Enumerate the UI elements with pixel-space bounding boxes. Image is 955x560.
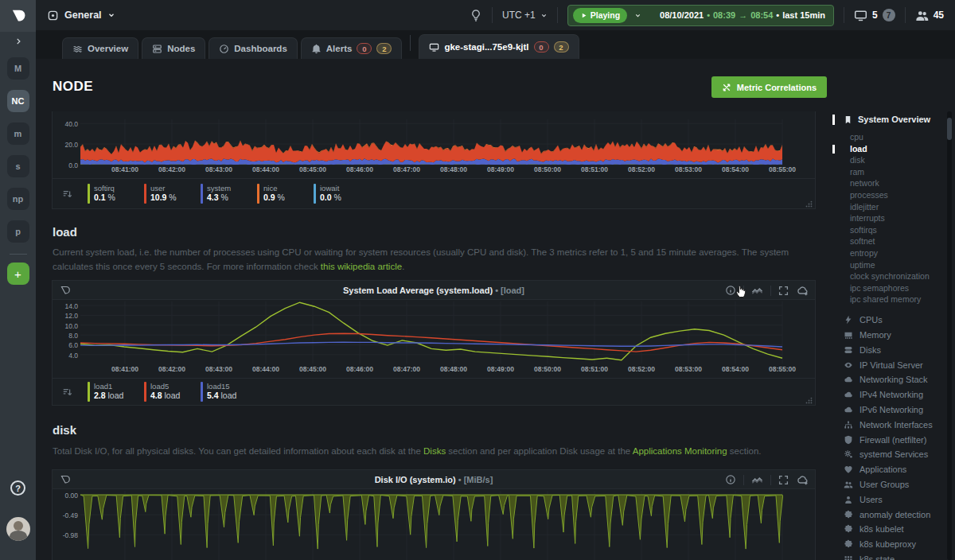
- legend-entry-nice[interactable]: nice0.9 %: [257, 184, 314, 204]
- cpu-plot[interactable]: [80, 119, 782, 165]
- tab-overview[interactable]: Overview: [62, 37, 138, 59]
- menu-subitem-softnet[interactable]: softnet: [850, 235, 944, 247]
- help-button[interactable]: ?: [10, 480, 25, 496]
- add-workspace-button[interactable]: +: [7, 262, 29, 285]
- menu-section-ip-virtual-server[interactable]: IP Virtual Server: [844, 357, 944, 372]
- legend-entry-user[interactable]: user10.9 %: [144, 184, 201, 204]
- menu-section-system-overview[interactable]: System Overview: [832, 113, 944, 126]
- menu-subitem-entropy[interactable]: entropy: [850, 247, 944, 259]
- wikipedia-link[interactable]: this wikipedia article: [321, 262, 402, 271]
- menu-subitem-ipc-shared-memory[interactable]: ipc shared memory: [850, 294, 944, 305]
- chart-type-icon[interactable]: [751, 474, 763, 486]
- space-picker[interactable]: General: [47, 10, 115, 21]
- workspace-NC[interactable]: NC: [7, 90, 29, 112]
- legend-sort-icon[interactable]: [62, 189, 73, 200]
- timezone-picker[interactable]: UTC +1: [502, 10, 548, 21]
- menu-section-ipv4-networking[interactable]: IPv4 Networking: [844, 387, 944, 402]
- resize-handle-icon[interactable]: [805, 397, 813, 404]
- warning-badge: 2: [554, 41, 569, 52]
- users-indicator[interactable]: 45: [915, 9, 944, 22]
- menu-scrollbar-track[interactable]: [947, 111, 952, 560]
- legend-series-name: softirq: [94, 184, 115, 192]
- menu-section-label: Firewall (netfilter): [860, 435, 926, 445]
- legend-entry-iowait[interactable]: iowait0.0 %: [314, 184, 370, 204]
- menu-section-users[interactable]: Users: [844, 492, 944, 507]
- menu-scrollbar-thumb[interactable]: [947, 118, 952, 140]
- fullscreen-icon[interactable]: [778, 286, 789, 296]
- fullscreen-icon[interactable]: [778, 475, 789, 485]
- tab-dashboards[interactable]: Dashboards: [209, 37, 297, 59]
- mem-icon: [844, 330, 853, 340]
- x-tick-label: 08:51:00: [574, 165, 615, 173]
- menu-subitem-load[interactable]: load: [850, 143, 944, 155]
- menu-subitem-disk[interactable]: disk: [850, 154, 944, 166]
- menu-section-firewall-netfilter-[interactable]: Firewall (netfilter): [844, 432, 944, 447]
- menu-subitem-cpu[interactable]: cpu: [850, 131, 944, 143]
- legend-entry-system[interactable]: system4.3 %: [201, 184, 257, 204]
- menu-subitem-processes[interactable]: processes: [850, 189, 944, 201]
- workspace-M[interactable]: M: [7, 57, 29, 80]
- menu-subitem-ipc-semaphores[interactable]: ipc semaphores: [850, 282, 944, 294]
- legend-entry-softirq[interactable]: softirq0.1 %: [88, 184, 144, 204]
- play-state-pill[interactable]: Playing: [573, 8, 627, 23]
- menu-section-k8s-kubeproxy[interactable]: k8s kubeproxy: [844, 537, 944, 552]
- nodes-indicator[interactable]: 5 7: [854, 9, 895, 22]
- tab-gke-stagi-75e9-kjtl[interactable]: gke-stagi...75e9-kjtl02: [419, 34, 579, 59]
- time-range-panel[interactable]: Playing 08/10/2021 • 08:39 → 08:54 • las…: [567, 5, 834, 26]
- menu-section-ipv6-networking[interactable]: IPv6 Networking: [844, 402, 944, 418]
- menu-subitem-uptime[interactable]: uptime: [850, 259, 944, 271]
- chevron-down-icon[interactable]: [634, 12, 641, 19]
- tab-alerts[interactable]: Alerts02: [301, 37, 403, 59]
- menu-section-user-groups[interactable]: User Groups: [844, 477, 944, 492]
- rail-expand-button[interactable]: [0, 32, 36, 51]
- menu-section-systemd-services[interactable]: systemd Services: [844, 447, 944, 462]
- menu-subitem-network[interactable]: network: [850, 177, 944, 189]
- menu-section-networking-stack[interactable]: Networking Stack: [844, 372, 944, 387]
- menu-subitem-softirqs[interactable]: softirqs: [850, 224, 944, 236]
- disks-link[interactable]: Disks: [423, 446, 446, 456]
- menu-section-network-interfaces[interactable]: Network Interfaces: [844, 417, 944, 432]
- metric-correlations-button[interactable]: Metric Correlations: [711, 76, 827, 98]
- menu-section-disks[interactable]: Disks: [844, 343, 944, 358]
- cloud-add-icon[interactable]: [796, 284, 809, 297]
- legend-sort-icon[interactable]: [62, 387, 73, 398]
- info-icon[interactable]: [725, 474, 736, 485]
- menu-subitem-idlejitter[interactable]: idlejitter: [850, 201, 944, 213]
- workspace-p[interactable]: p: [7, 220, 29, 243]
- legend-entry-load15[interactable]: load155.4 load: [201, 382, 257, 402]
- tab-nodes[interactable]: Nodes: [142, 37, 205, 59]
- disk-plot[interactable]: [80, 491, 782, 560]
- workspace-m[interactable]: m: [7, 122, 29, 145]
- tab-list: OverviewNodesDashboardsAlerts02gke-stagi…: [36, 30, 955, 59]
- menu-subitem-clock-synchronization[interactable]: clock synchronization: [850, 270, 944, 282]
- netdata-logo[interactable]: [0, 0, 36, 32]
- chart-type-icon[interactable]: [751, 285, 763, 297]
- load-plot[interactable]: [80, 301, 782, 364]
- menu-section-anomaly-detection[interactable]: anomaly detection: [844, 507, 944, 522]
- shield-icon: [844, 435, 853, 445]
- info-icon[interactable]: [725, 285, 736, 296]
- cpu-chart-card[interactable]: 40.020.00.0 08:41:0008:42:0008:43:0008:4…: [52, 111, 816, 209]
- menu-subitem-ram[interactable]: ram: [850, 166, 944, 178]
- menu-section-applications[interactable]: Applications: [844, 462, 944, 477]
- menu-section-cpus[interactable]: CPUs: [844, 313, 944, 328]
- menu-section-label: User Groups: [860, 480, 909, 489]
- workspace-s[interactable]: s: [7, 155, 29, 177]
- workspace-np[interactable]: np: [7, 188, 29, 210]
- user-avatar[interactable]: [6, 517, 30, 541]
- legend-entry-load5[interactable]: load54.8 load: [144, 382, 201, 402]
- menu-subitem-interrupts[interactable]: interrupts: [850, 212, 944, 224]
- menu-section-k8s-kubelet[interactable]: k8s kubelet: [844, 522, 944, 537]
- menu-section-k8s-state[interactable]: k8s state: [844, 552, 944, 560]
- load-chart-card[interactable]: System Load Average (system.load) • [loa…: [52, 280, 816, 406]
- disk-chart-card[interactable]: Disk I/O (system.io) • [MiB/s] 0.00-0.49…: [52, 469, 816, 560]
- x-tick-label: 08:49:00: [480, 165, 521, 173]
- resize-handle-icon[interactable]: [805, 200, 813, 208]
- menu-section-memory[interactable]: Memory: [844, 328, 944, 343]
- load-chart-title: System Load Average (system.load) • [loa…: [53, 286, 815, 295]
- news-bulb-icon[interactable]: [470, 9, 482, 21]
- applications-monitoring-link[interactable]: Applications Monitoring: [633, 446, 727, 456]
- legend-texts: load12.8 load: [94, 382, 123, 402]
- legend-entry-load1[interactable]: load12.8 load: [88, 382, 144, 402]
- cloud-add-icon[interactable]: [796, 473, 809, 486]
